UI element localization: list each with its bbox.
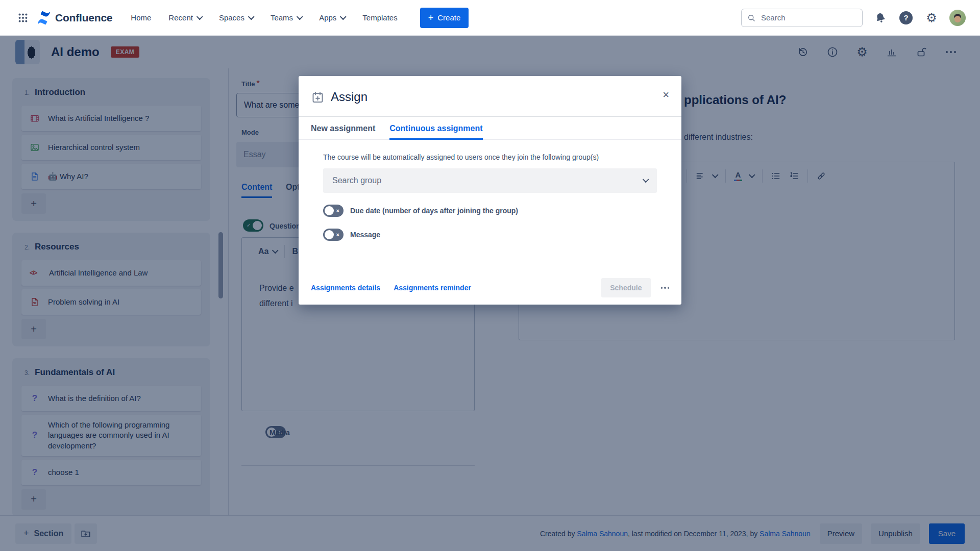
chevron-down-icon [643,176,649,183]
search-input[interactable] [760,13,849,22]
confluence-app: Confluence Home Recent Spaces Teams Apps… [0,0,980,551]
notifications-bell-icon[interactable] [871,8,890,27]
cross-icon: × [336,208,339,214]
modal-header: Assign × [299,76,681,104]
confluence-logo[interactable]: Confluence [37,11,112,25]
chevron-down-icon [197,13,203,20]
nav-item-templates[interactable]: Templates [362,13,397,22]
app-switcher-grid-icon[interactable] [14,9,32,27]
plus-icon: + [428,13,434,22]
brand-name: Confluence [55,12,112,24]
nav-item-apps[interactable]: Apps [319,13,345,22]
modal-body: The course will be automatically assigne… [299,140,681,241]
group-select-placeholder: Search group [332,176,639,185]
assignments-details-link[interactable]: Assignments details [311,284,380,292]
user-avatar[interactable] [949,10,966,26]
chevron-down-icon [340,13,347,20]
assignment-description: The course will be automatically assigne… [323,153,657,161]
search-icon [747,13,756,22]
tab-new-assignment[interactable]: New assignment [311,124,375,139]
nav-item-teams[interactable]: Teams [271,13,302,22]
grid-dots-icon [17,12,29,23]
due-date-toggle-row: × Due date (number of days after joining… [323,205,657,217]
modal-tabs: New assignment Continuous assignment [299,117,681,140]
settings-gear-icon[interactable]: ⚙ [924,10,939,26]
more-options-icon[interactable] [661,287,670,289]
modal-title: Assign [331,90,368,104]
nav-menu: Home Recent Spaces Teams Apps Templates [131,13,397,22]
schedule-button[interactable]: Schedule [601,278,650,297]
assignments-reminder-link[interactable]: Assignments reminder [394,284,471,292]
cross-icon: × [336,232,339,238]
modal-footer: Assignments details Assignments reminder… [299,271,681,305]
nav-item-recent[interactable]: Recent [168,13,202,22]
global-search[interactable] [741,9,863,27]
group-select[interactable]: Search group [323,168,657,193]
tab-continuous-assignment[interactable]: Continuous assignment [389,124,482,140]
nav-item-spaces[interactable]: Spaces [219,13,253,22]
chevron-down-icon [297,13,303,20]
help-icon[interactable]: ? [898,10,914,26]
calendar-plus-icon [311,90,325,104]
confluence-mark-icon [37,11,51,25]
message-toggle-label: Message [350,231,380,239]
create-button[interactable]: + Create [420,8,469,28]
due-date-toggle[interactable]: × [323,205,344,217]
message-toggle-row: × Message [323,229,657,241]
nav-item-home[interactable]: Home [131,13,151,22]
chevron-down-icon [248,13,255,20]
due-date-toggle-label: Due date (number of days after joining t… [350,207,518,215]
close-icon[interactable]: × [663,89,669,101]
assign-modal: Assign × New assignment Continuous assig… [299,76,681,305]
top-nav: Confluence Home Recent Spaces Teams Apps… [0,0,980,36]
message-toggle[interactable]: × [323,229,344,241]
